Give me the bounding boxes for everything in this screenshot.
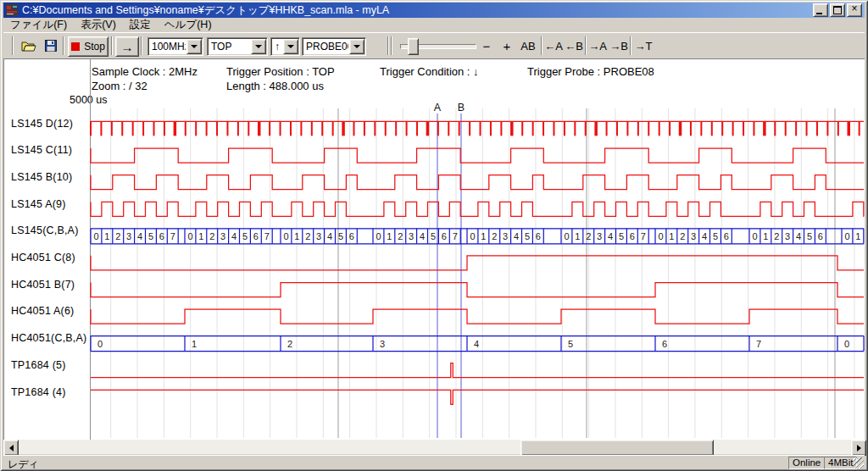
open-file-button[interactable] bbox=[19, 36, 39, 55]
sample-clock-info: Sample Clock : 2MHz bbox=[92, 65, 198, 78]
chevron-down-icon[interactable] bbox=[186, 39, 202, 54]
toolbar-separator bbox=[541, 36, 542, 55]
chevron-down-icon[interactable] bbox=[349, 39, 364, 54]
channel-label: HC4051(C,B,A) bbox=[11, 332, 86, 349]
toolbar-separator bbox=[63, 36, 64, 55]
goto-cursor-a-left-button[interactable]: ←A bbox=[544, 36, 563, 55]
run-button[interactable]: → bbox=[115, 36, 139, 57]
scroll-left-icon bbox=[9, 445, 14, 452]
chevron-down-icon[interactable] bbox=[283, 39, 298, 54]
sample-clock-value: 100MHz bbox=[148, 41, 186, 53]
channel-label: LS145 D(12) bbox=[11, 118, 73, 135]
trigger-probe-value: PROBE00 bbox=[303, 41, 348, 53]
scroll-right-icon bbox=[857, 445, 861, 452]
trigger-position-combo[interactable]: TOP bbox=[207, 37, 268, 56]
minimize-button[interactable] bbox=[813, 3, 828, 17]
toolbar: Stop → 100MHz TOP ↑ PROBE00 − + AB ←A ←B… bbox=[3, 32, 865, 59]
maximize-icon bbox=[833, 6, 842, 14]
channel-label: LS145 C(11) bbox=[11, 144, 72, 161]
channel-label: LS145 B(10) bbox=[11, 171, 72, 188]
chevron-down-icon[interactable] bbox=[251, 39, 266, 54]
statusbar: レディ Online 4MBit bbox=[3, 455, 865, 469]
zoom-ab-button[interactable]: AB bbox=[517, 36, 539, 55]
toolbar-separator bbox=[111, 36, 113, 55]
run-arrow-icon: → bbox=[121, 40, 134, 54]
zoom-info: Zoom : / 32 bbox=[92, 80, 147, 92]
window-title: C:¥Documents and Settings¥noname¥デスクトップ¥… bbox=[22, 3, 813, 18]
menubar: ファイル(F) 表示(V) 設定 ヘルプ(H) bbox=[3, 18, 865, 32]
close-icon: × bbox=[851, 3, 857, 14]
horizontal-scrollbar bbox=[3, 440, 865, 454]
goto-cursor-a-right-button[interactable]: →A bbox=[588, 36, 607, 55]
goto-trigger-button[interactable]: →T bbox=[634, 36, 653, 55]
minimize-icon bbox=[816, 13, 822, 14]
timebase-label: 5000 us bbox=[70, 94, 107, 106]
length-info: Length : 488.000 us bbox=[226, 80, 324, 92]
open-folder-icon bbox=[21, 40, 36, 52]
trigger-edge-combo[interactable]: ↑ bbox=[270, 37, 300, 56]
maximize-button[interactable] bbox=[830, 3, 845, 17]
floppy-disk-icon bbox=[45, 40, 57, 52]
close-button[interactable]: × bbox=[847, 3, 862, 17]
trigger-condition-info: Trigger Condition : ↓ bbox=[380, 65, 479, 78]
online-status-badge: Online bbox=[788, 457, 825, 469]
trigger-position-info: Trigger Position : TOP bbox=[226, 65, 335, 78]
zoom-in-button[interactable]: + bbox=[500, 36, 514, 55]
scrollbar-thumb[interactable] bbox=[520, 440, 714, 456]
titlebar: C:¥Documents and Settings¥noname¥デスクトップ¥… bbox=[3, 3, 865, 18]
toolbar-separator bbox=[585, 36, 587, 55]
channel-label: LS145 A(9) bbox=[11, 198, 66, 215]
channel-label: LS145(C,B,A) bbox=[11, 224, 79, 241]
menu-item-help[interactable]: ヘルプ(H) bbox=[158, 17, 219, 33]
channel-label: TP1684 (5) bbox=[11, 359, 66, 376]
toolbar-separator bbox=[630, 36, 632, 55]
toolbar-separator bbox=[391, 36, 392, 55]
scroll-left-button[interactable] bbox=[3, 440, 19, 456]
stop-label: Stop bbox=[84, 41, 105, 53]
goto-cursor-b-left-button[interactable]: ←B bbox=[565, 36, 583, 55]
plot-area[interactable] bbox=[91, 58, 861, 440]
trigger-probe-combo[interactable]: PROBE00 bbox=[302, 37, 366, 56]
zoom-out-button[interactable]: − bbox=[480, 36, 493, 55]
toolbar-separator bbox=[12, 36, 14, 55]
app-icon bbox=[6, 4, 18, 16]
menu-item-file[interactable]: ファイル(F) bbox=[3, 17, 74, 33]
toolbar-separator bbox=[141, 36, 142, 55]
channel-label: TP1684 (4) bbox=[11, 386, 66, 403]
trigger-position-value: TOP bbox=[208, 41, 250, 53]
zoom-slider-thumb[interactable] bbox=[408, 38, 419, 55]
toolbar-separator bbox=[387, 36, 389, 55]
resize-grip[interactable] bbox=[853, 457, 864, 468]
menu-item-view[interactable]: 表示(V) bbox=[74, 17, 123, 33]
channel-label: HC4051 C(8) bbox=[11, 252, 75, 269]
save-button[interactable] bbox=[41, 36, 61, 55]
menu-item-settings[interactable]: 設定 bbox=[123, 17, 158, 33]
trigger-edge-value: ↑ bbox=[271, 41, 282, 53]
stop-button[interactable]: Stop bbox=[68, 36, 108, 57]
scroll-right-button[interactable] bbox=[851, 440, 866, 456]
channel-label: HC4051 A(6) bbox=[11, 305, 74, 322]
sample-clock-combo[interactable]: 100MHz bbox=[147, 37, 203, 56]
status-text: レディ bbox=[8, 457, 39, 471]
trigger-probe-info: Trigger Probe : PROBE08 bbox=[527, 65, 654, 78]
stop-icon bbox=[71, 42, 80, 51]
goto-cursor-b-right-button[interactable]: →B bbox=[609, 36, 628, 55]
channel-label: HC4051 B(7) bbox=[11, 279, 75, 296]
